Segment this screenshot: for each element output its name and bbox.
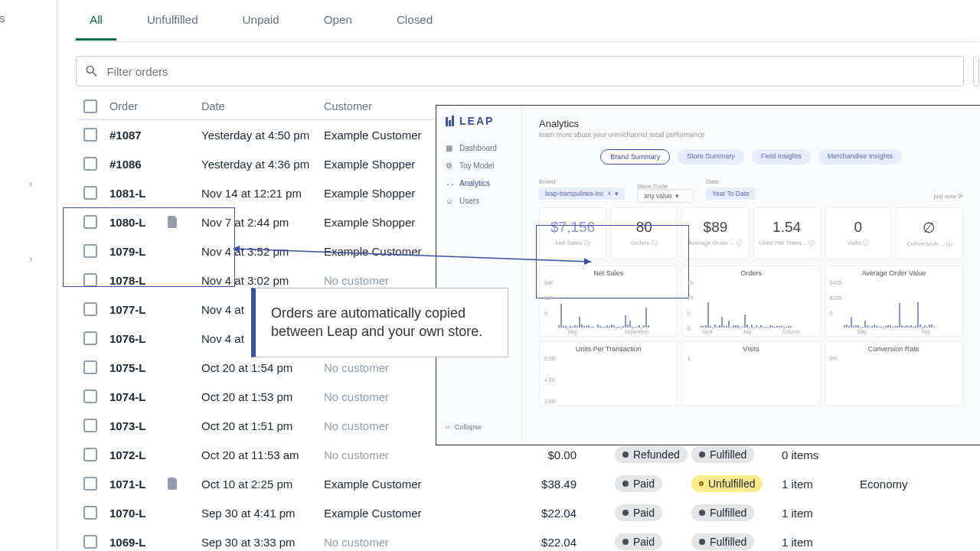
leap-analytics-overlay: LEAP ▦Dashboard ⚙Toy Model ⬪⬪Analytics ☺… [436,105,980,445]
stat-value: 0 [828,219,888,236]
chart-title: Net Sales [544,269,672,277]
order-date: Oct 20 at 1:53 pm [201,390,324,403]
order-id: 1074-L [109,390,201,403]
search-input[interactable] [106,65,956,78]
nav-dashboard[interactable]: ▦Dashboard [436,139,521,157]
order-id: 1070-L [109,507,201,520]
pill-field-insights[interactable]: Field Insights [752,149,811,165]
customer-name: Example Customer [324,478,508,491]
item-count: 1 item [776,478,860,491]
row-checkbox[interactable] [83,448,97,461]
order-id: #1087 [109,129,201,142]
order-tabs: All Unfulfilled Unpaid Open Closed [76,0,979,42]
pill-merch-insights[interactable]: Merchandise Insights [818,149,902,165]
status-badge: Fulfilled [691,446,754,463]
row-checkbox[interactable] [83,186,97,200]
callout-box: Orders are automatically copied between … [251,288,508,357]
chart-title: Average Order Value [830,269,958,277]
stat-value: $7,156 [543,219,603,236]
mini-chart[interactable]: Net Sales$4K$2K0MaySeptember [539,266,678,337]
mini-chart[interactable]: Average Order Value$400$2000MaySep [825,266,963,337]
table-row[interactable]: 1070-LSep 30 at 4:41 pmExample Customer$… [76,498,979,527]
order-date: Oct 20 at 11:53 am [201,448,324,461]
item-count: 1 item [776,507,860,520]
status-badge: Paid [615,504,662,521]
chevron-right-icon[interactable]: › [29,253,33,265]
table-row[interactable]: 1069-LSep 30 at 3:33 pmNo customer$22.04… [76,527,979,551]
chart-title: Units Per Transaction [544,345,672,353]
order-date: Oct 10 at 2:25 pm [201,478,324,491]
mini-chart[interactable]: Units Per Transaction6.004.002.00 [539,341,678,406]
order-total: $22.04 [508,536,577,549]
row-checkbox[interactable] [83,535,97,549]
row-checkbox[interactable] [83,506,97,520]
mini-chart[interactable]: Conversion Rate0% [825,341,963,406]
row-checkbox[interactable] [83,477,97,491]
brand-filter-chip[interactable]: leap-trampolines-inc × ▾ [539,187,625,200]
select-all-checkbox[interactable] [83,99,97,113]
analytics-title: Analytics [539,118,963,129]
tab-all[interactable]: All [76,1,116,41]
order-id: 1078-L [109,274,201,287]
tab-unpaid[interactable]: Unpaid [229,1,293,41]
order-id: 1075-L [109,361,201,374]
payment-status: Refunded [577,446,684,463]
status-badge: Refunded [615,446,688,463]
order-date: Sep 30 at 3:33 pm [201,536,324,549]
order-id: 1069-L [109,536,201,549]
overlay-sidebar: LEAP ▦Dashboard ⚙Toy Model ⬪⬪Analytics ☺… [436,106,522,445]
row-checkbox[interactable] [83,244,97,258]
row-checkbox[interactable] [83,419,97,432]
brand-filter-label: Brand [539,178,625,185]
chart-title: Visits [687,345,815,353]
chart-row-1: Net Sales$4K$2K0MaySeptemberOrders151050… [539,266,963,337]
stat-card[interactable]: 1.54Units Per Trans... ⓘ [753,207,821,259]
tab-unfulfilled[interactable]: Unfulfilled [133,1,212,41]
row-checkbox[interactable] [83,302,97,316]
chart-row-2: Units Per Transaction6.004.002.00Visits1… [539,341,963,406]
row-checkbox[interactable] [83,273,97,287]
row-checkbox[interactable] [83,215,97,229]
stat-label: Orders ⓘ [614,239,674,247]
collapse-icon: ‹‹ [446,423,450,431]
pill-brand-summary[interactable]: Brand Summary [600,149,670,165]
search-icon [84,64,99,79]
order-id: #1086 [109,158,201,171]
tab-closed[interactable]: Closed [383,1,446,41]
store-filter-select[interactable]: any value ▾ [637,189,694,203]
sort-button[interactable] [973,56,979,86]
stat-card[interactable]: $7,156Net Sales ⓘ [539,207,606,259]
fulfill-status: Fulfilled [684,533,776,550]
row-checkbox[interactable] [83,360,97,374]
row-checkbox[interactable] [83,390,97,403]
row-checkbox[interactable] [83,331,97,345]
nav-analytics[interactable]: ⬪⬪Analytics [436,174,521,192]
search-box[interactable] [76,56,964,86]
tab-open[interactable]: Open [310,1,366,41]
order-date: Nov 7 at 2:44 pm [201,216,324,229]
stat-card[interactable]: $89Average Order ... ⓘ [681,207,749,259]
row-checkbox[interactable] [83,128,97,142]
collapse-button[interactable]: ‹‹Collapse [436,416,521,439]
order-id: 1071-L [109,478,201,491]
note-icon [168,478,178,490]
status-badge: Unfulfilled [691,475,763,492]
pill-store-summary[interactable]: Store Summary [678,149,744,165]
date-filter-chip[interactable]: Year To Date [706,187,756,200]
table-row[interactable]: 1071-LOct 10 at 2:25 pmExample Customer$… [76,469,979,498]
header-date[interactable]: Date [201,100,324,112]
mini-chart[interactable]: Visits1 [681,341,820,406]
order-id: 1081-L [109,187,201,200]
stat-card[interactable]: 80Orders ⓘ [610,207,678,259]
nav-toy-model[interactable]: ⚙Toy Model [436,157,521,174]
order-date: Yesterday at 4:50 pm [201,129,324,142]
payment-status: Paid [577,533,684,550]
mini-chart[interactable]: Orders151050AprilJulyOctober [681,266,820,337]
row-checkbox[interactable] [83,157,97,171]
nav-users[interactable]: ☺Users [436,192,521,210]
stat-card[interactable]: ∅Conversion ... ⓘ [896,207,963,259]
gear-icon: ⚙ [446,161,454,170]
header-order[interactable]: Order [109,100,201,112]
chevron-right-icon[interactable]: › [29,178,33,190]
stat-card[interactable]: 0Visits ⓘ [825,207,892,259]
